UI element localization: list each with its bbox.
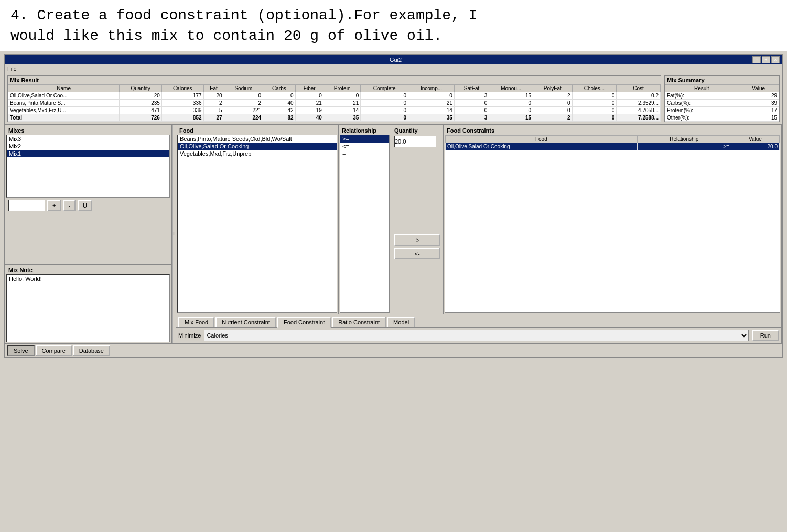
window-titlebar: Gui2 − + ×: [5, 55, 782, 64]
quantity-header: Quantity: [392, 126, 442, 135]
add-mix-btn[interactable]: +: [47, 200, 61, 211]
col-choles: Choles...: [572, 85, 617, 92]
tab-food-constraint[interactable]: Food Constraint: [277, 317, 331, 328]
instruction-line1: 4. Create a food constraint (optional).F…: [10, 5, 777, 26]
divider-handle[interactable]: ⠿: [172, 125, 176, 343]
mix-result-table: Name Quantity Calories Fat Sodium Carbs …: [8, 84, 661, 122]
mix-name-input[interactable]: [8, 200, 45, 211]
table-row: Protein(%):17: [665, 107, 779, 114]
col-cost: Cost: [617, 85, 661, 92]
fc-col-relationship: Relationship: [637, 136, 731, 143]
minimize-select[interactable]: CaloriesFatCarbsSodium: [204, 330, 748, 341]
relationship-header: Relationship: [340, 126, 390, 135]
bottom-tab-compare[interactable]: Compare: [36, 345, 72, 356]
mix-summary-table: Result Value Fat(%):29Carbs(%):39Protein…: [665, 84, 779, 122]
mixes-header: Mixes: [6, 126, 170, 135]
fc-col-value: Value: [731, 136, 779, 143]
tab-ratio-constraint[interactable]: Ratio Constraint: [332, 317, 386, 327]
tab-bar: Mix FoodNutrient ConstraintFood Constrai…: [176, 314, 781, 327]
bottom-tabs: SolveCompareDatabase: [5, 343, 782, 357]
food-constraints-header: Food Constraints: [445, 126, 780, 135]
relationship-section: Relationship >=<==: [339, 125, 391, 314]
mix-note-text: Hello, World!: [6, 274, 170, 342]
table-row[interactable]: Oil,Olive,Salad Or Coo...201772000000031…: [8, 92, 661, 100]
col-monou: Monou...: [489, 85, 533, 92]
tab-mix-food[interactable]: Mix Food: [178, 317, 214, 327]
col-fat: Fat: [203, 85, 224, 92]
col-incomp: Incomp...: [408, 85, 455, 92]
fc-col-food: Food: [446, 136, 638, 143]
summary-col-value: Value: [738, 85, 779, 92]
table-row: Carbs(%):39: [665, 100, 779, 107]
mix-summary-header-row: Result Value: [665, 85, 779, 92]
table-row: Other(%):15: [665, 114, 779, 122]
center-panel: Food Beans,Pinto,Mature Seeds,Ckd,Bld,Wo…: [176, 125, 782, 343]
food-constraints-table: Food Relationship Value Oil,Olive,Salad …: [445, 135, 780, 150]
list-item[interactable]: Vegetables,Mxd,Frz,Unprep: [178, 150, 337, 157]
bottom-tab-solve[interactable]: Solve: [7, 345, 35, 356]
col-protein: Protein: [324, 85, 361, 92]
col-polyfat: PolyFat: [533, 85, 573, 92]
minimize-label: Minimize: [178, 332, 201, 339]
list-item[interactable]: Mix3: [7, 135, 169, 143]
mixes-section: Mixes Mix3Mix2Mix1 + - U: [5, 125, 171, 264]
instruction-line2: would like this mix to contain 20 g of o…: [10, 26, 777, 46]
summary-col-result: Result: [665, 85, 738, 92]
mix-summary-section: Mix Summary Result Value Fat(%):29Carbs(…: [664, 75, 780, 122]
remove-mix-btn[interactable]: -: [63, 200, 76, 211]
run-btn[interactable]: Run: [752, 330, 779, 341]
arrow-buttons: -> <-: [392, 232, 442, 262]
table-row[interactable]: Oil,Olive,Salad Or Cooking>=20.0: [446, 143, 780, 150]
list-item[interactable]: >=: [340, 135, 389, 143]
list-item[interactable]: Oil,Olive,Salad Or Cooking: [178, 143, 337, 150]
mix-list: Mix3Mix2Mix1: [6, 135, 170, 198]
menubar: File: [5, 64, 782, 73]
table-row[interactable]: Beans,Pinto,Mature S...23533622402121021…: [8, 100, 661, 107]
close-window-btn[interactable]: ×: [771, 56, 780, 63]
mix-note-header: Mix Note: [6, 266, 170, 274]
left-sidebar: Mixes Mix3Mix2Mix1 + - U Mix Note Hello,…: [5, 125, 172, 343]
food-header: Food: [177, 126, 337, 135]
table-row[interactable]: Total72685227224824035035315207.2588...: [8, 114, 661, 122]
mix-summary-header: Mix Summary: [665, 76, 779, 84]
table-row: Fat(%):29: [665, 92, 779, 100]
remove-constraint-btn[interactable]: <-: [394, 248, 440, 259]
update-mix-btn[interactable]: U: [78, 200, 92, 211]
food-list: Beans,Pinto,Mature Seeds,Ckd,Bld,Wo/Salt…: [177, 135, 337, 313]
mix-note-section: Mix Note Hello, World!: [5, 264, 171, 343]
mix-buttons: + - U: [6, 198, 170, 213]
mix-result-header-row: Name Quantity Calories Fat Sodium Carbs …: [8, 85, 661, 92]
col-name: Name: [8, 85, 120, 92]
maximize-window-btn[interactable]: +: [762, 56, 770, 63]
col-complete: Complete: [361, 85, 408, 92]
lower-panel: Mixes Mix3Mix2Mix1 + - U Mix Note Hello,…: [5, 125, 782, 343]
col-sodium: Sodium: [224, 85, 263, 92]
col-calories: Calories: [161, 85, 203, 92]
list-item[interactable]: =: [340, 150, 389, 157]
minimize-window-btn[interactable]: −: [752, 56, 761, 63]
window-title: Gui2: [39, 57, 752, 63]
tab-model[interactable]: Model: [387, 317, 415, 327]
add-constraint-btn[interactable]: ->: [394, 234, 440, 246]
quantity-section: Quantity -> <-: [391, 125, 444, 314]
fc-header-row: Food Relationship Value: [446, 136, 780, 143]
file-menu[interactable]: File: [7, 66, 17, 72]
divider-icon: ⠿: [173, 232, 176, 237]
tabs-content: Food Beans,Pinto,Mature Seeds,Ckd,Bld,Wo…: [176, 125, 781, 314]
main-window: Gui2 − + × File Mix Result Name Quantity…: [4, 54, 783, 358]
list-item[interactable]: <=: [340, 143, 389, 150]
tab-nutrient-constraint[interactable]: Nutrient Constraint: [215, 317, 276, 327]
bottom-tab-database[interactable]: Database: [73, 345, 110, 356]
col-satfat: SatFat: [454, 85, 489, 92]
list-item[interactable]: Mix2: [7, 143, 169, 150]
upper-panel: Mix Result Name Quantity Calories Fat So…: [5, 73, 782, 125]
list-item[interactable]: Mix1: [7, 150, 169, 157]
col-fiber: Fiber: [295, 85, 324, 92]
quantity-input[interactable]: [394, 136, 436, 147]
list-item[interactable]: Beans,Pinto,Mature Seeds,Ckd,Bld,Wo/Salt: [178, 135, 337, 143]
food-constraints-section: Food Constraints Food Relationship Value: [444, 125, 781, 314]
table-row[interactable]: Vegetables,Mxd,Frz,U...47133952214219140…: [8, 107, 661, 114]
col-quantity: Quantity: [120, 85, 162, 92]
mix-result-section: Mix Result Name Quantity Calories Fat So…: [7, 75, 661, 122]
minimize-row: Minimize CaloriesFatCarbsSodium Run: [176, 327, 781, 343]
